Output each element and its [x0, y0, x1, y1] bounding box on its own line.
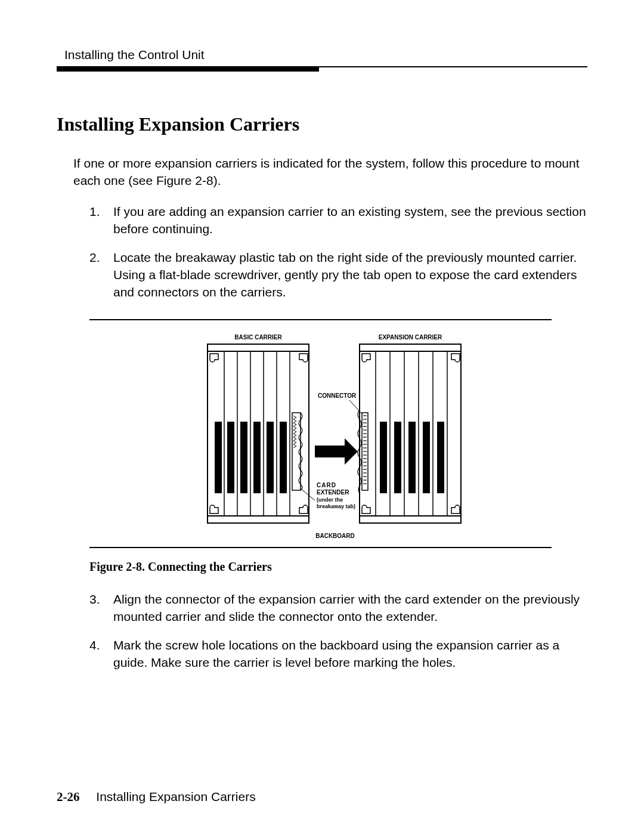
- svg-rect-26: [423, 422, 430, 493]
- page-footer: 2-26 Installing Expansion Carriers: [57, 790, 256, 805]
- step-text: Locate the breakaway plastic tab on the …: [113, 249, 587, 301]
- list-item: 2. Locate the breakaway plastic tab on t…: [89, 249, 587, 301]
- step-number: 2.: [89, 249, 113, 301]
- svg-rect-12: [267, 422, 274, 493]
- svg-rect-27: [437, 422, 444, 493]
- header-rule-thick: [57, 67, 319, 72]
- arrow-icon: [315, 438, 358, 465]
- svg-rect-11: [253, 422, 261, 493]
- figure-block: BASIC CARRIER EXPANSION CARRIER: [89, 319, 587, 574]
- figure-caption: Figure 2-8. Connecting the Carriers: [89, 560, 587, 574]
- backboard-label: BACKBOARD: [315, 533, 355, 539]
- step-number: 1.: [89, 203, 113, 238]
- basic-carrier-label: BASIC CARRIER: [234, 334, 282, 341]
- steps-list-bottom: 3. Align the connector of the expansion …: [89, 590, 587, 672]
- figure-rule-bottom: [89, 547, 552, 548]
- footer-title: Installing Expansion Carriers: [96, 790, 255, 803]
- step-number: 4.: [89, 636, 113, 672]
- card-extender-under: (under the: [317, 497, 343, 503]
- card-extender-label-2: EXTENDER: [317, 489, 349, 496]
- svg-rect-13: [280, 422, 287, 493]
- card-extender-break: breakaway tab): [317, 503, 355, 509]
- intro-paragraph: If one or more expansion carriers is ind…: [73, 154, 587, 190]
- list-item: 4. Mark the screw hole locations on the …: [89, 636, 587, 672]
- svg-rect-9: [227, 422, 234, 493]
- svg-rect-24: [394, 422, 401, 493]
- svg-line-14: [301, 488, 315, 500]
- svg-rect-10: [240, 422, 247, 493]
- step-text: If you are adding an expansion carrier t…: [113, 203, 587, 238]
- connector-label: CONNECTOR: [318, 392, 357, 399]
- svg-rect-25: [408, 422, 416, 493]
- page-number: 2-26: [57, 790, 80, 804]
- step-number: 3.: [89, 590, 113, 626]
- svg-line-48: [349, 400, 363, 415]
- figure-rule-top: [89, 319, 552, 320]
- svg-rect-8: [215, 422, 222, 493]
- page-header: Installing the Control Unit: [57, 48, 587, 72]
- step-text: Align the connector of the expansion car…: [113, 590, 587, 626]
- list-item: 3. Align the connector of the expansion …: [89, 590, 587, 626]
- step-text: Mark the screw hole locations on the bac…: [113, 636, 587, 672]
- expansion-carrier-label: EXPANSION CARRIER: [378, 334, 442, 341]
- list-item: 1. If you are adding an expansion carrie…: [89, 203, 587, 238]
- main-heading: Installing Expansion Carriers: [57, 113, 587, 135]
- running-head: Installing the Control Unit: [64, 48, 587, 66]
- carriers-diagram: BASIC CARRIER EXPANSION CARRIER: [190, 332, 488, 547]
- card-extender-label-1: CARD: [317, 482, 336, 488]
- svg-rect-23: [380, 422, 387, 493]
- steps-list-top: 1. If you are adding an expansion carrie…: [89, 203, 587, 301]
